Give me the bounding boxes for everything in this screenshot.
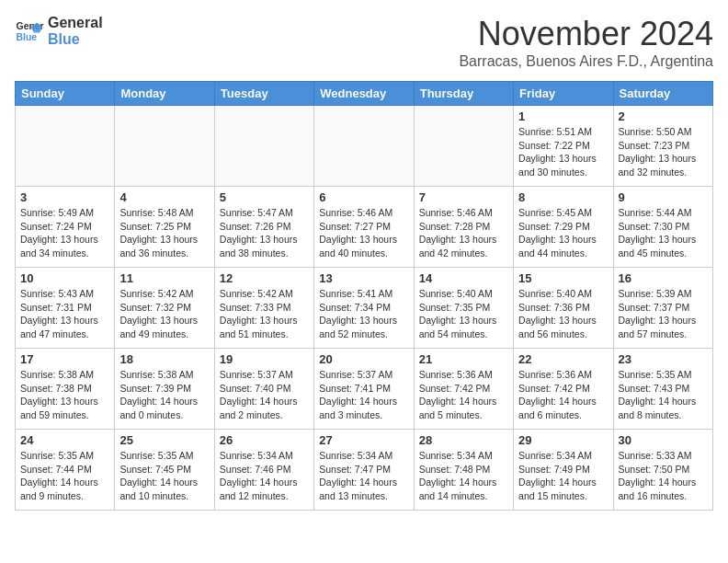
day-info: Sunrise: 5:41 AM Sunset: 7:34 PM Dayligh… [319,287,408,341]
calendar-week-3: 10Sunrise: 5:43 AM Sunset: 7:31 PM Dayli… [16,268,713,349]
day-info: Sunrise: 5:50 AM Sunset: 7:23 PM Dayligh… [619,125,708,179]
calendar-day-cell: 8Sunrise: 5:45 AM Sunset: 7:29 PM Daylig… [514,187,613,268]
logo: General Blue General Blue [15,15,103,47]
logo-icon: General Blue [15,17,44,46]
calendar-day-cell: 10Sunrise: 5:43 AM Sunset: 7:31 PM Dayli… [16,268,115,349]
calendar-day-cell: 19Sunrise: 5:37 AM Sunset: 7:40 PM Dayli… [214,349,313,430]
calendar-day-cell: 18Sunrise: 5:38 AM Sunset: 7:39 PM Dayli… [115,349,214,430]
weekday-header-saturday: Saturday [613,82,712,106]
calendar-day-cell: 21Sunrise: 5:36 AM Sunset: 7:42 PM Dayli… [414,349,513,430]
day-number: 8 [518,190,608,204]
day-number: 26 [220,433,309,447]
calendar-day-cell: 2Sunrise: 5:50 AM Sunset: 7:23 PM Daylig… [613,106,712,187]
day-number: 19 [220,352,309,366]
calendar-day-cell: 7Sunrise: 5:46 AM Sunset: 7:28 PM Daylig… [414,187,513,268]
calendar-day-cell: 4Sunrise: 5:48 AM Sunset: 7:25 PM Daylig… [115,187,214,268]
weekday-header-monday: Monday [115,82,214,106]
calendar-day-cell [16,106,115,187]
day-number: 14 [419,271,508,285]
day-number: 9 [619,190,708,204]
calendar-day-cell: 5Sunrise: 5:47 AM Sunset: 7:26 PM Daylig… [214,187,313,268]
day-info: Sunrise: 5:35 AM Sunset: 7:45 PM Dayligh… [119,449,209,503]
day-info: Sunrise: 5:34 AM Sunset: 7:48 PM Dayligh… [419,449,508,503]
day-number: 29 [518,433,608,447]
day-info: Sunrise: 5:40 AM Sunset: 7:35 PM Dayligh… [419,287,508,341]
day-info: Sunrise: 5:43 AM Sunset: 7:31 PM Dayligh… [20,287,109,341]
day-info: Sunrise: 5:34 AM Sunset: 7:47 PM Dayligh… [319,449,408,503]
day-info: Sunrise: 5:46 AM Sunset: 7:27 PM Dayligh… [319,206,408,260]
day-number: 25 [119,433,209,447]
day-number: 23 [619,352,708,366]
calendar-week-4: 17Sunrise: 5:38 AM Sunset: 7:38 PM Dayli… [16,349,713,430]
day-info: Sunrise: 5:35 AM Sunset: 7:43 PM Dayligh… [619,368,708,422]
calendar-day-cell: 9Sunrise: 5:44 AM Sunset: 7:30 PM Daylig… [613,187,712,268]
calendar-day-cell: 30Sunrise: 5:33 AM Sunset: 7:50 PM Dayli… [613,430,712,511]
day-number: 20 [319,352,408,366]
logo-text-blue: Blue [48,31,103,48]
calendar-day-cell: 14Sunrise: 5:40 AM Sunset: 7:35 PM Dayli… [414,268,513,349]
location-subtitle: Barracas, Buenos Aires F.D., Argentina [459,53,713,70]
day-number: 4 [119,190,209,204]
calendar-day-cell: 20Sunrise: 5:37 AM Sunset: 7:41 PM Dayli… [314,349,414,430]
day-number: 22 [518,352,608,366]
day-info: Sunrise: 5:38 AM Sunset: 7:39 PM Dayligh… [119,368,209,422]
day-info: Sunrise: 5:37 AM Sunset: 7:41 PM Dayligh… [319,368,408,422]
day-number: 1 [518,109,608,123]
calendar-day-cell: 27Sunrise: 5:34 AM Sunset: 7:47 PM Dayli… [314,430,414,511]
weekday-header-tuesday: Tuesday [214,82,313,106]
calendar-day-cell: 13Sunrise: 5:41 AM Sunset: 7:34 PM Dayli… [314,268,414,349]
day-info: Sunrise: 5:38 AM Sunset: 7:38 PM Dayligh… [20,368,109,422]
calendar-day-cell: 17Sunrise: 5:38 AM Sunset: 7:38 PM Dayli… [16,349,115,430]
day-number: 15 [518,271,608,285]
day-info: Sunrise: 5:51 AM Sunset: 7:22 PM Dayligh… [518,125,608,179]
day-number: 30 [619,433,708,447]
title-area: November 2024 Barracas, Buenos Aires F.D… [459,15,713,70]
day-number: 11 [119,271,209,285]
weekday-header-row: SundayMondayTuesdayWednesdayThursdayFrid… [16,82,713,106]
calendar-day-cell: 16Sunrise: 5:39 AM Sunset: 7:37 PM Dayli… [613,268,712,349]
day-info: Sunrise: 5:40 AM Sunset: 7:36 PM Dayligh… [518,287,608,341]
day-number: 18 [119,352,209,366]
calendar-day-cell: 3Sunrise: 5:49 AM Sunset: 7:24 PM Daylig… [16,187,115,268]
day-info: Sunrise: 5:47 AM Sunset: 7:26 PM Dayligh… [220,206,309,260]
calendar-day-cell [115,106,214,187]
day-info: Sunrise: 5:39 AM Sunset: 7:37 PM Dayligh… [619,287,708,341]
calendar-day-cell [314,106,414,187]
day-number: 24 [20,433,109,447]
day-info: Sunrise: 5:44 AM Sunset: 7:30 PM Dayligh… [619,206,708,260]
calendar-day-cell: 26Sunrise: 5:34 AM Sunset: 7:46 PM Dayli… [214,430,313,511]
day-number: 13 [319,271,408,285]
day-number: 12 [220,271,309,285]
weekday-header-friday: Friday [514,82,613,106]
day-number: 28 [419,433,508,447]
page-header: General Blue General Blue November 2024 … [15,15,713,70]
calendar-day-cell: 11Sunrise: 5:42 AM Sunset: 7:32 PM Dayli… [115,268,214,349]
calendar-day-cell: 22Sunrise: 5:36 AM Sunset: 7:42 PM Dayli… [514,349,613,430]
calendar-day-cell: 25Sunrise: 5:35 AM Sunset: 7:45 PM Dayli… [115,430,214,511]
day-number: 3 [20,190,109,204]
calendar-week-2: 3Sunrise: 5:49 AM Sunset: 7:24 PM Daylig… [16,187,713,268]
weekday-header-thursday: Thursday [414,82,513,106]
weekday-header-wednesday: Wednesday [314,82,414,106]
month-title: November 2024 [459,15,713,53]
calendar-day-cell: 23Sunrise: 5:35 AM Sunset: 7:43 PM Dayli… [613,349,712,430]
day-info: Sunrise: 5:34 AM Sunset: 7:46 PM Dayligh… [220,449,309,503]
calendar-week-1: 1Sunrise: 5:51 AM Sunset: 7:22 PM Daylig… [16,106,713,187]
day-number: 2 [619,109,708,123]
calendar-day-cell: 29Sunrise: 5:34 AM Sunset: 7:49 PM Dayli… [514,430,613,511]
day-number: 27 [319,433,408,447]
day-number: 10 [20,271,109,285]
day-number: 7 [419,190,508,204]
day-info: Sunrise: 5:42 AM Sunset: 7:32 PM Dayligh… [119,287,209,341]
logo-text-general: General [48,15,103,31]
day-number: 17 [20,352,109,366]
day-info: Sunrise: 5:36 AM Sunset: 7:42 PM Dayligh… [518,368,608,422]
calendar-day-cell: 28Sunrise: 5:34 AM Sunset: 7:48 PM Dayli… [414,430,513,511]
calendar-day-cell [214,106,313,187]
day-info: Sunrise: 5:48 AM Sunset: 7:25 PM Dayligh… [119,206,209,260]
calendar-table: SundayMondayTuesdayWednesdayThursdayFrid… [15,81,713,511]
day-info: Sunrise: 5:35 AM Sunset: 7:44 PM Dayligh… [20,449,109,503]
calendar-day-cell: 6Sunrise: 5:46 AM Sunset: 7:27 PM Daylig… [314,187,414,268]
day-number: 21 [419,352,508,366]
calendar-week-5: 24Sunrise: 5:35 AM Sunset: 7:44 PM Dayli… [16,430,713,511]
